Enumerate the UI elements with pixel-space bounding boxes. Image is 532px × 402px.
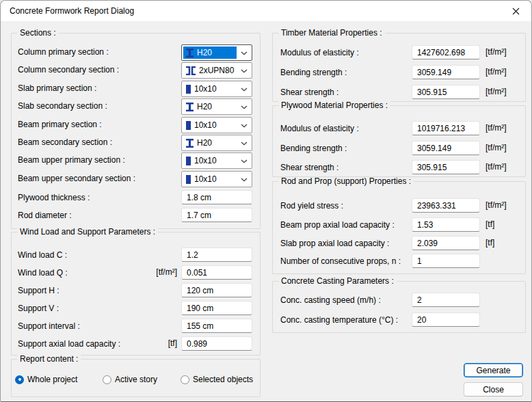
casting-speed-input[interactable]: [412, 293, 480, 307]
form-row: Conc. casting speed (m/h) :: [273, 293, 525, 309]
double-channel-section-icon: [186, 66, 196, 75]
group-title: Concrete Casting Parameters :: [278, 277, 397, 286]
unit-label: [tf]: [135, 336, 177, 351]
form-row: Rod diameter :: [12, 208, 260, 224]
generate-button[interactable]: Generate: [464, 363, 523, 377]
group-title: Sections :: [17, 29, 59, 38]
group-title: Wind Load and Support Parameters :: [17, 228, 158, 237]
combobox-selected-value: 10x10: [183, 119, 237, 131]
slab-prop-axial-load-input[interactable]: [412, 236, 480, 250]
support-interval-input[interactable]: [181, 319, 252, 333]
radio-label: Whole project: [27, 375, 77, 384]
combobox-selected-value: 10x10: [183, 83, 237, 95]
form-row: Beam prop axial load capacity : [tf]: [273, 217, 525, 234]
wind-load-c-input[interactable]: [181, 247, 252, 262]
unit-label: [tf/m²]: [135, 265, 177, 280]
consecutive-props-count-input[interactable]: [412, 254, 480, 268]
combobox-selected-value: 10x10: [183, 173, 237, 185]
field-label: Beam prop axial load capacity :: [280, 217, 395, 233]
field-label: Slab prop axial load capacity :: [280, 236, 389, 252]
support-v-input[interactable]: [181, 301, 252, 315]
form-row: Column primary section : H20: [12, 44, 260, 61]
form-row: Column secondary section : 2xUPN80: [12, 62, 260, 79]
rod-yield-stress-input[interactable]: [412, 198, 480, 213]
form-row: Plywood thickness :: [12, 190, 260, 206]
form-row: Beam primary section : 10x10: [12, 117, 260, 133]
combobox-selected-value: H20: [183, 137, 237, 149]
rect-section-icon: [186, 85, 191, 94]
field-label: Plywood thickness :: [18, 190, 90, 206]
casting-temperature-input[interactable]: [412, 312, 480, 327]
plywood-bending-strength-input[interactable]: [412, 141, 480, 155]
rect-section-icon: [186, 175, 191, 184]
radio-selected-icon: [15, 375, 24, 384]
timber-modulus-input[interactable]: [412, 45, 480, 59]
radio-label: Selected objects: [193, 375, 253, 384]
form-row: Wind load C :: [12, 247, 260, 264]
unit-label: [tf]: [486, 236, 494, 250]
support-axial-load-capacity-input[interactable]: [181, 336, 252, 351]
column-primary-section-combobox[interactable]: H20: [181, 44, 252, 61]
field-label: Shear strength :: [280, 85, 338, 100]
field-label: Shear strength :: [280, 160, 338, 176]
field-label: Modulus of elasticity :: [280, 45, 359, 61]
field-label: Column primary section :: [18, 44, 109, 60]
field-label: Beam upper primary section :: [18, 152, 125, 168]
beam-secondary-section-combobox[interactable]: H20: [181, 135, 252, 151]
beam-primary-section-combobox[interactable]: 10x10: [181, 117, 252, 133]
form-row: Bending strength : [tf/m²]: [273, 141, 525, 157]
field-label: Rod diameter :: [18, 208, 72, 224]
rod-diameter-input[interactable]: [181, 208, 252, 222]
field-label: Slab secondary section :: [18, 98, 107, 114]
field-label: Support axial load capacity :: [18, 336, 120, 352]
radio-selected-objects[interactable]: Selected objects: [181, 375, 253, 384]
form-row: Conc. casting temperature (°C) :: [273, 312, 525, 329]
title-bar: Concrete Formwork Report Dialog: [1, 1, 531, 21]
close-button[interactable]: Close: [464, 382, 523, 397]
form-row: Support interval :: [12, 319, 260, 335]
field-label: Bending strength :: [280, 65, 347, 81]
slab-primary-section-combobox[interactable]: 10x10: [181, 81, 252, 97]
field-label: Number of consecutive props, n :: [280, 254, 401, 269]
beam-prop-axial-load-input[interactable]: [412, 217, 480, 232]
field-label: Conc. casting speed (m/h) :: [280, 293, 381, 308]
radio-whole-project[interactable]: Whole project: [15, 375, 77, 384]
timber-bending-strength-input[interactable]: [412, 65, 480, 79]
chevron-down-icon: [241, 178, 248, 182]
column-secondary-section-combobox[interactable]: 2xUPN80: [181, 62, 252, 79]
beam-upper-secondary-section-combobox[interactable]: 10x10: [181, 171, 252, 187]
field-label: Support V :: [18, 301, 59, 317]
support-h-input[interactable]: [181, 283, 252, 297]
radio-label: Active story: [115, 375, 157, 384]
combobox-selected-value: 2xUPN80: [183, 64, 237, 77]
field-label: Modulus of elasticity :: [280, 121, 359, 137]
field-label: Bending strength :: [280, 141, 347, 157]
plywood-shear-strength-input[interactable]: [412, 160, 480, 174]
form-row: Support H :: [12, 283, 260, 299]
beam-upper-primary-section-combobox[interactable]: 10x10: [181, 152, 252, 169]
window-close-button[interactable]: [500, 1, 531, 21]
slab-secondary-section-combobox[interactable]: H20: [181, 98, 252, 115]
ibeam-section-icon: [186, 139, 194, 148]
form-row: Support V :: [12, 301, 260, 317]
field-label: Conc. casting temperature (°C) :: [280, 312, 398, 328]
form-row: Slab prop axial load capacity : [tf]: [273, 236, 525, 252]
form-row: Rod yield stress : [tf/m²]: [273, 198, 525, 215]
plywood-thickness-input[interactable]: [181, 190, 252, 204]
wind-load-q-input[interactable]: [181, 265, 252, 280]
unit-label: [tf/m²]: [486, 121, 507, 135]
form-row: Slab primary section : 10x10: [12, 81, 260, 97]
rect-section-icon: [186, 157, 191, 165]
unit-label: [tf/m²]: [486, 45, 507, 59]
combobox-selected-value: H20: [183, 100, 237, 113]
form-row: Shear strength : [tf/m²]: [273, 85, 525, 101]
radio-active-story[interactable]: Active story: [103, 375, 157, 384]
unit-label: [tf/m²]: [486, 160, 507, 174]
field-label: Beam primary section :: [18, 117, 102, 133]
plywood-modulus-input[interactable]: [412, 121, 480, 135]
field-label: Beam upper secondary section :: [18, 171, 135, 187]
field-label: Support H :: [18, 283, 59, 299]
timber-shear-strength-input[interactable]: [412, 85, 480, 99]
plywood-material-properties-group: Plywood Material Properties : Modulus of…: [272, 105, 526, 177]
form-row: Modulus of elasticity : [tf/m²]: [273, 45, 525, 62]
